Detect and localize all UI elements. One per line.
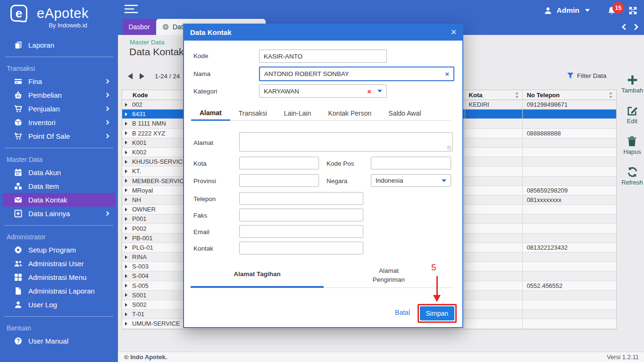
sidebar-item-inventori[interactable]: Inventori xyxy=(0,116,118,129)
close-icon[interactable]: × xyxy=(451,27,456,37)
modal-bottom-tabs: Alamat TagihanAlamat Pengiriman xyxy=(191,263,454,288)
sidebar-item-administrasi-menu[interactable]: Administrasi Menu xyxy=(0,270,118,284)
sidebar-item-pembelian[interactable]: Pembelian xyxy=(0,88,118,102)
column-header-kota[interactable]: Kota xyxy=(465,90,523,100)
cell-no-telepon xyxy=(522,138,616,147)
column-header-no-telepon[interactable]: No Telepon xyxy=(522,90,616,100)
sidebar-item-administrasi-user[interactable]: Administrasi User xyxy=(0,257,118,270)
person-icon xyxy=(14,301,22,309)
sidebar-item-data-lainnya[interactable]: Data Lainnya xyxy=(0,207,118,220)
row-expand-icon[interactable] xyxy=(125,208,127,211)
cell-no-telepon xyxy=(522,157,616,166)
chevron-right-icon xyxy=(105,120,109,125)
nama-label: Nama xyxy=(193,70,210,77)
clear-nama-icon[interactable]: × xyxy=(445,70,449,78)
refresh-icon xyxy=(627,167,638,177)
cell-no-telepon xyxy=(522,271,616,280)
tab-scroll-right-icon[interactable] xyxy=(633,24,639,30)
chevron-right-icon xyxy=(105,106,109,111)
row-expand-icon[interactable] xyxy=(125,122,127,126)
row-expand-icon[interactable] xyxy=(125,236,127,240)
action-bar: TambahEditHapusRefresh xyxy=(619,75,644,197)
page-footer: © Indo Apotek. Versi 1.2.11 xyxy=(118,352,644,362)
hamburger-menu-icon[interactable] xyxy=(124,4,138,14)
user-menu[interactable]: Admin xyxy=(544,6,590,15)
tab-lain-lain[interactable]: Lain-Lain xyxy=(276,106,320,121)
cell-kota xyxy=(465,157,523,166)
row-expand-icon[interactable] xyxy=(125,188,127,192)
email-input[interactable] xyxy=(239,225,363,238)
prev-page-icon[interactable] xyxy=(127,73,133,79)
tab-kontak-person[interactable]: Kontak Person xyxy=(319,106,380,121)
notification-badge[interactable]: 15 xyxy=(612,2,624,14)
row-expand-icon[interactable] xyxy=(125,217,127,221)
row-expand-icon[interactable] xyxy=(125,112,127,116)
sort-icon[interactable] xyxy=(515,92,519,98)
sidebar-item-data-akun[interactable]: Data Akun xyxy=(0,166,118,179)
sidebar-item-penjualan[interactable]: Penjualan xyxy=(0,102,118,116)
clear-kategori-icon[interactable]: × xyxy=(367,87,371,95)
sidebar-item-user-manual[interactable]: User Manual xyxy=(0,334,118,348)
cell-kota xyxy=(465,167,523,176)
row-expand-icon[interactable] xyxy=(125,293,127,297)
tab-scroll-left-icon[interactable] xyxy=(621,24,627,30)
kategori-select[interactable]: KARYAWAN × xyxy=(259,84,387,98)
row-expand-icon[interactable] xyxy=(125,255,127,259)
row-expand-icon[interactable] xyxy=(125,265,127,269)
cell-no-telepon: 081322123432 xyxy=(522,243,616,252)
action-tambah-button[interactable]: Tambah xyxy=(621,75,643,94)
faks-input[interactable] xyxy=(239,209,363,221)
sidebar-item-administrasi-laporan[interactable]: Administrasi Laporan xyxy=(0,284,118,298)
sidebar-item-setup-program[interactable]: Setup Program xyxy=(0,243,118,257)
sidebar-item-laporan[interactable]: Laporan xyxy=(0,38,118,52)
next-page-icon[interactable] xyxy=(139,73,145,79)
tab-alamat-tagihan[interactable]: Alamat Tagihan xyxy=(191,263,324,288)
row-expand-icon[interactable] xyxy=(125,179,127,183)
sidebar-item-label: User Manual xyxy=(28,337,68,345)
dropdown-caret-icon[interactable] xyxy=(442,179,446,182)
row-expand-icon[interactable] xyxy=(125,131,127,135)
sidebar-item-data-item[interactable]: Data Item xyxy=(0,179,118,193)
kode-input[interactable]: KASIR-ANTO xyxy=(259,50,387,63)
row-expand-icon[interactable] xyxy=(125,103,127,107)
filter-data-button[interactable]: Filter Data xyxy=(567,72,606,79)
negara-select[interactable]: Indonesia xyxy=(371,174,451,187)
sidebar-item-point-of-sale[interactable]: Point Of Sale xyxy=(0,129,118,143)
action-refresh-button[interactable]: Refresh xyxy=(621,167,643,186)
kota-input[interactable] xyxy=(239,157,319,169)
alamat-textarea[interactable] xyxy=(239,132,453,152)
telepon-input[interactable] xyxy=(239,192,363,205)
row-expand-icon[interactable] xyxy=(125,160,127,164)
kontak-input[interactable] xyxy=(239,242,363,254)
tab-alamat[interactable]: Alamat xyxy=(191,106,230,121)
row-expand-icon[interactable] xyxy=(125,322,127,326)
row-expand-icon[interactable] xyxy=(125,303,127,307)
row-expand-icon[interactable] xyxy=(125,198,127,202)
sidebar-item-label: Data Akun xyxy=(28,168,61,177)
sort-icon[interactable] xyxy=(609,92,613,98)
alamat-label: Alamat xyxy=(193,139,213,146)
tab-transaksi[interactable]: Transaksi xyxy=(230,106,276,121)
row-expand-icon[interactable] xyxy=(125,284,127,287)
sidebar-item-data-kontak[interactable]: Data Kontak xyxy=(3,193,115,207)
fullscreen-icon[interactable] xyxy=(628,6,638,16)
row-expand-icon[interactable] xyxy=(125,227,127,230)
provinsi-input[interactable] xyxy=(239,174,319,187)
action-hapus-button[interactable]: Hapus xyxy=(623,136,641,155)
row-expand-icon[interactable] xyxy=(125,245,127,249)
row-expand-icon[interactable] xyxy=(125,151,127,154)
dropdown-caret-icon[interactable] xyxy=(377,90,382,93)
tab-dasbor[interactable]: Dasbor xyxy=(123,19,156,35)
row-expand-icon[interactable] xyxy=(125,141,127,144)
simpan-button[interactable]: Simpan xyxy=(420,306,454,320)
nama-input[interactable]: ANTONIO ROBERT SONBAY × xyxy=(259,67,454,81)
batal-button[interactable]: Batal xyxy=(395,309,410,316)
row-expand-icon[interactable] xyxy=(125,274,127,278)
row-expand-icon[interactable] xyxy=(125,312,127,316)
row-expand-icon[interactable] xyxy=(125,169,127,173)
kodepos-input[interactable] xyxy=(371,157,451,169)
action-edit-button[interactable]: Edit xyxy=(627,105,638,125)
sidebar-item-fina[interactable]: Fina xyxy=(0,75,118,88)
tab-saldo-awal[interactable]: Saldo Awal xyxy=(380,106,429,121)
sidebar-item-user-log[interactable]: User Log xyxy=(0,298,118,311)
